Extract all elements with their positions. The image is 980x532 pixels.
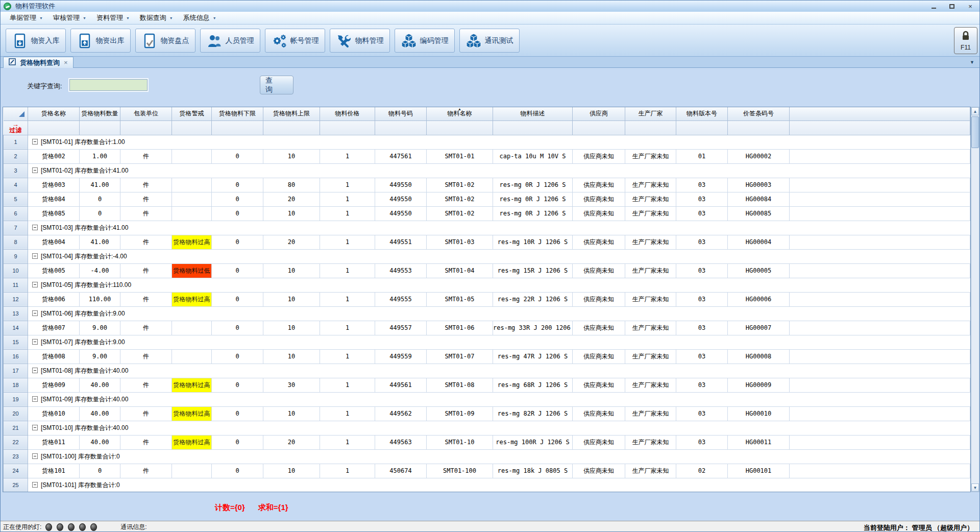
- row-number-cell[interactable]: 22: [4, 435, 28, 449]
- column-header[interactable]: 物料版本号: [676, 107, 728, 120]
- cell[interactable]: 生产厂家未知: [625, 321, 676, 335]
- table-row[interactable]: 21[SMT01-10] 库存数量合计:40.00: [4, 421, 970, 435]
- cell[interactable]: 生产厂家未知: [625, 206, 676, 221]
- cell[interactable]: HG00011: [728, 435, 790, 449]
- table-row[interactable]: 6货格0850件0101449550SMT01-02res-mg 0R J 12…: [4, 206, 970, 221]
- cell[interactable]: 件: [120, 406, 172, 421]
- cell[interactable]: SMT01-09: [427, 406, 493, 421]
- cell[interactable]: SMT01-06: [427, 321, 493, 335]
- cell[interactable]: [172, 464, 212, 478]
- column-header[interactable]: ▲物料名称: [427, 107, 493, 120]
- cell[interactable]: 货格011: [28, 435, 80, 449]
- cell[interactable]: [172, 206, 212, 221]
- column-header[interactable]: 货格物料上限: [263, 107, 320, 120]
- column-header[interactable]: 物料号码: [375, 107, 427, 120]
- cell[interactable]: 货格101: [28, 464, 80, 478]
- cell[interactable]: 货格物料过高: [172, 435, 212, 449]
- cell[interactable]: -4.00: [80, 263, 120, 278]
- cell[interactable]: SMT01-02: [427, 206, 493, 221]
- cell[interactable]: 件: [120, 321, 172, 335]
- cell[interactable]: 449562: [375, 406, 427, 421]
- group-row-cell[interactable]: [SMT01-04] 库存数量合计:-4.00: [28, 249, 970, 263]
- cell[interactable]: 1: [320, 292, 375, 306]
- cell[interactable]: 供应商未知: [573, 178, 625, 192]
- cell[interactable]: 件: [120, 349, 172, 364]
- cell[interactable]: 41.00: [80, 235, 120, 249]
- cell[interactable]: 货格物料过高: [172, 235, 212, 249]
- row-number-cell[interactable]: 21: [4, 421, 28, 435]
- cell[interactable]: 10: [263, 206, 320, 221]
- cell[interactable]: SMT01-10: [427, 435, 493, 449]
- toolbar-button[interactable]: 帐号管理: [265, 29, 325, 53]
- group-row-cell[interactable]: [SMT01-09] 库存数量合计:40.00: [28, 392, 970, 406]
- cell[interactable]: SMT01-01: [427, 149, 493, 163]
- group-row-cell[interactable]: [SMT01-100] 库存数量合计:0: [28, 449, 970, 464]
- cell[interactable]: [172, 192, 212, 206]
- minimize-button[interactable]: [928, 2, 939, 10]
- collapse-icon[interactable]: [32, 396, 38, 402]
- menu-item[interactable]: 审核管理▼: [48, 12, 91, 24]
- cell[interactable]: 449559: [375, 349, 427, 364]
- cell[interactable]: 件: [120, 149, 172, 163]
- cell[interactable]: 生产厂家未知: [625, 435, 676, 449]
- row-number-cell[interactable]: 20: [4, 406, 28, 421]
- cell[interactable]: SMT01-03: [427, 235, 493, 249]
- cell[interactable]: 供应商未知: [573, 435, 625, 449]
- cell[interactable]: 货格085: [28, 206, 80, 221]
- cell[interactable]: 生产厂家未知: [625, 292, 676, 306]
- cell[interactable]: HG00008: [728, 349, 790, 364]
- cell[interactable]: 货格005: [28, 263, 80, 278]
- cell[interactable]: 9.00: [80, 349, 120, 364]
- cell[interactable]: 供应商未知: [573, 292, 625, 306]
- table-row[interactable]: 16货格0089.00件0101449559SMT01-07res-mg 47R…: [4, 349, 970, 364]
- cell[interactable]: 0: [212, 464, 263, 478]
- cell[interactable]: HG00084: [728, 192, 790, 206]
- toolbar-button[interactable]: 物资盘点: [135, 29, 195, 53]
- cell[interactable]: [172, 149, 212, 163]
- filter-button[interactable]: →过滤: [4, 120, 28, 135]
- cell[interactable]: 货格002: [28, 149, 80, 163]
- cell[interactable]: 0: [212, 321, 263, 335]
- cell[interactable]: 供应商未知: [573, 235, 625, 249]
- cell[interactable]: 10: [263, 464, 320, 478]
- cell[interactable]: 10: [263, 263, 320, 278]
- cell[interactable]: 货格009: [28, 378, 80, 392]
- cell[interactable]: 449561: [375, 378, 427, 392]
- vertical-scrollbar[interactable]: ▲ ▼: [971, 107, 979, 492]
- cell[interactable]: HG00006: [728, 292, 790, 306]
- cell[interactable]: 10: [263, 321, 320, 335]
- cell[interactable]: SMT01-05: [427, 292, 493, 306]
- row-number-cell[interactable]: 18: [4, 378, 28, 392]
- column-header[interactable]: 生产厂家: [625, 107, 676, 120]
- cell[interactable]: 03: [676, 263, 728, 278]
- collapse-icon[interactable]: [32, 453, 38, 459]
- table-row[interactable]: 23[SMT01-100] 库存数量合计:0: [4, 449, 970, 464]
- filter-input-cell[interactable]: [120, 120, 172, 135]
- row-number-cell[interactable]: 3: [4, 163, 28, 178]
- row-number-cell[interactable]: 17: [4, 364, 28, 378]
- cell[interactable]: 0: [212, 206, 263, 221]
- toolbar-button[interactable]: 物资入库: [6, 29, 66, 53]
- cell[interactable]: 1: [320, 235, 375, 249]
- scroll-up-icon[interactable]: ▲: [971, 107, 979, 115]
- collapse-icon[interactable]: [32, 253, 38, 259]
- cell[interactable]: 供应商未知: [573, 263, 625, 278]
- row-number-cell[interactable]: 7: [4, 221, 28, 235]
- filter-input-cell[interactable]: [320, 120, 375, 135]
- cell[interactable]: 449555: [375, 292, 427, 306]
- column-header[interactable]: 供应商: [573, 107, 625, 120]
- cell[interactable]: 20: [263, 235, 320, 249]
- table-row[interactable]: 13[SMT01-06] 库存数量合计:9.00: [4, 306, 970, 321]
- cell[interactable]: 件: [120, 435, 172, 449]
- cell[interactable]: 449550: [375, 192, 427, 206]
- cell[interactable]: 110.00: [80, 292, 120, 306]
- cell[interactable]: 供应商未知: [573, 464, 625, 478]
- toolbar-button[interactable]: 人员管理: [200, 29, 260, 53]
- cell[interactable]: SMT01-04: [427, 263, 493, 278]
- cell[interactable]: 件: [120, 192, 172, 206]
- toolbar-button[interactable]: 物料管理: [330, 29, 390, 53]
- row-number-cell[interactable]: 5: [4, 192, 28, 206]
- table-row[interactable]: 25[SMT01-101] 库存数量合计:0: [4, 478, 970, 492]
- filter-input-cell[interactable]: [676, 120, 728, 135]
- cell[interactable]: 货格物料过高: [172, 292, 212, 306]
